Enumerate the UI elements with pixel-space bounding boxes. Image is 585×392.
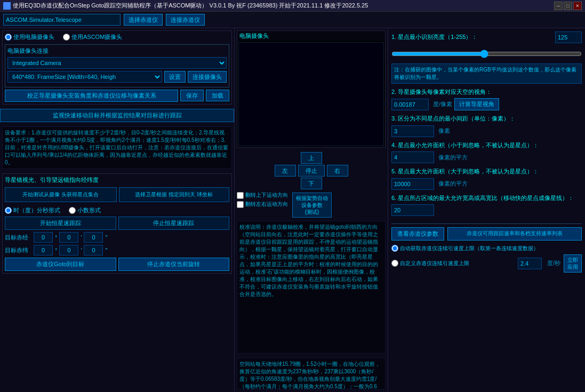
select-satellite-button[interactable]: 选择卫星根据 指定回到天 球坐标 xyxy=(119,187,230,202)
resolution-select-row: 640*480: FrameSize [Width=640, Heigh 设置 … xyxy=(7,71,227,83)
query-row: 查看赤道仪参数 赤道仪可用跟踪速率和各档支持速率列表 xyxy=(391,227,582,241)
auto-speed-label: 自动获取赤道仪连续引速度上限（取第一条连续速度数据） xyxy=(400,245,539,252)
auto-param-button[interactable]: 根据架势自动 设备参数 (测试) xyxy=(292,193,332,218)
middle-row: 左 停止 右 xyxy=(275,165,348,177)
param2-input[interactable] xyxy=(391,99,429,110)
param4-label: 4. 星点最小允许面积（小于则忽略，不被认为是星点）： xyxy=(391,141,582,149)
time-format-row: 时（度）分秒形式 小数形式 xyxy=(5,206,229,214)
title-bar: 使用EQ3D赤道仪配合OnStep Goto跟踪空间辅助程序（基于ASCOM驱动… xyxy=(0,0,585,12)
calibration-text: 校准说明：赤道仪极轴校准，并将望远镜goto到朝西的方向（空间站目前向右，注意此… xyxy=(237,221,386,354)
auto-speed-row: 自动获取赤道仪连续引速度上限（取第一条连续速度数据） xyxy=(391,245,582,252)
resolution-combo[interactable]: 640*480: FrameSize [Width=640, Heigh xyxy=(7,71,162,83)
note-text: 注：在捕获的图像中，当某个像素的RGB平均值达到这个数值，那么这个像素将被识别为… xyxy=(391,63,582,84)
dec-m-input[interactable] xyxy=(59,245,78,255)
brightness-slider[interactable] xyxy=(391,50,582,58)
param2-row: 2. 导星摄像头每像素对应天空的视角： xyxy=(391,88,582,96)
param3-input[interactable] xyxy=(391,125,434,137)
rate-list-button[interactable]: 赤道仪可用跟踪速率和各档支持速率列表 xyxy=(447,227,582,241)
settings-button[interactable]: 设置 xyxy=(164,71,186,83)
custom-speed-label: 自定义赤道仪连续引速度上限 xyxy=(400,260,469,267)
save-button[interactable]: 保存 xyxy=(180,90,204,101)
ra-coord-row: 目标赤经 ° ′ ″ xyxy=(5,232,229,243)
down-button[interactable]: 下 xyxy=(301,178,322,189)
ra-m-input[interactable] xyxy=(59,232,78,243)
camera-radio-group: 使用电脑摄像头 使用ASCOM摄像头 xyxy=(5,33,229,41)
param1-input[interactable] xyxy=(555,31,582,43)
param1-label: 1. 星点最小识别亮度（1-255）： xyxy=(391,33,555,41)
star-track-row: 开始恒星速跟踪 停止恒星速跟踪 xyxy=(5,217,229,230)
calibrate-row: 校正导星摄像头安装角度和赤道仪位移与像素关系 保存 加载 xyxy=(5,90,229,102)
use-ascom-camera-radio[interactable]: 使用ASCOM摄像头 xyxy=(63,33,122,41)
query-params-button[interactable]: 查看赤道仪参数 xyxy=(391,227,444,241)
start-collect-button[interactable]: 开始测试从摄像 头获得星点集合 xyxy=(5,187,117,202)
monitor-button[interactable]: 监视快速移动目标并根据监控结果对目标进行跟踪 xyxy=(0,109,234,122)
preview-area xyxy=(238,42,384,146)
camera-preview: 电脑摄像头 xyxy=(237,30,386,148)
time-format-2-radio[interactable]: 小数形式 xyxy=(69,206,101,214)
direction-controls: 上 左 停止 右 下 xyxy=(235,150,388,191)
minimize-button[interactable]: ─ xyxy=(554,2,563,10)
param6-input[interactable] xyxy=(391,204,434,216)
top-bar: 选择赤道仪 连接赤道仪 xyxy=(0,12,585,28)
custom-speed-row: 自定义赤道仪连续引速度上限 度/秒 立即 应用 xyxy=(391,254,582,273)
param6-input-row xyxy=(391,204,582,216)
telescope-input[interactable] xyxy=(3,14,121,26)
camera-combo[interactable]: Integrated Camera xyxy=(7,57,227,69)
param5-unit: 像素的平方 xyxy=(438,180,468,188)
apply-button[interactable]: 立即 应用 xyxy=(564,254,582,273)
slider-container xyxy=(391,50,582,59)
param5-row: 5. 星点最大允许面积（大于则忽略，不被认为是星点）： xyxy=(391,167,582,175)
flip-lr-checkbox-item[interactable]: 翻转左右运动方向 xyxy=(237,201,288,208)
dec-coord-row: 目标赤纬 ° ′ ″ xyxy=(5,245,229,255)
param4-input[interactable] xyxy=(391,151,434,163)
title-bar-controls: ─ □ ✕ xyxy=(554,2,582,10)
camera-section: 使用电脑摄像头 使用ASCOM摄像头 电脑摄像头连接 Integrated Ca… xyxy=(2,30,232,105)
dec-s-input[interactable] xyxy=(84,245,103,255)
connect-telescope-button[interactable]: 连接赤道仪 xyxy=(166,14,205,26)
maximize-button[interactable]: □ xyxy=(564,2,572,10)
up-button[interactable]: 上 xyxy=(301,152,322,164)
title-bar-text: 使用EQ3D赤道仪配合OnStep Goto跟踪空间辅助程序（基于ASCOM驱动… xyxy=(13,2,368,10)
param3-unit: 像素 xyxy=(438,127,450,135)
main-container: 选择赤道仪 连接赤道仪 使用电脑摄像头 使用ASCOM摄像头 xyxy=(0,12,585,392)
flip-ud-checkbox-item[interactable]: 翻转上下运动方向 xyxy=(237,191,288,199)
flip-ud-checkbox[interactable] xyxy=(237,192,244,199)
stop-track-button[interactable]: 停止恒星速跟踪 xyxy=(118,217,230,230)
left-button[interactable]: 左 xyxy=(275,165,296,177)
custom-speed-radio[interactable]: 自定义赤道仪连续引速度上限 xyxy=(391,260,515,267)
select-telescope-button[interactable]: 选择赤道仪 xyxy=(124,14,163,26)
param2-input-row: 度/像素 计算导星视角 xyxy=(391,98,582,110)
stop-move-button[interactable]: 停止 xyxy=(298,165,325,177)
param3-label: 3. 区分为不同星点的最小间距（单位：像素）： xyxy=(391,115,582,123)
connect-camera-button[interactable]: 连接摄像头 xyxy=(188,71,227,83)
flip-lr-label: 翻转左右运动方向 xyxy=(245,201,288,208)
dec-d-input[interactable] xyxy=(34,245,53,255)
time-format-1-radio[interactable]: 时（度）分秒形式 xyxy=(5,206,60,214)
stop-rotation-button[interactable]: 停止赤道仪当前旋转 xyxy=(118,258,230,271)
param2-label: 2. 导星摄像头每像素对应天空的视角： xyxy=(391,88,582,96)
ra-h-input[interactable] xyxy=(34,232,53,243)
param5-input-row: 像素的平方 xyxy=(391,178,582,190)
middle-panel: 电脑摄像头 上 左 停止 右 下 xyxy=(235,28,388,392)
calc-angle-button[interactable]: 计算导星视角 xyxy=(454,98,499,110)
app-icon xyxy=(3,2,11,10)
calibrate-button[interactable]: 校正导星摄像头安装角度和赤道仪位移与像素关系 xyxy=(5,90,178,102)
use-pc-camera-radio[interactable]: 使用电脑摄像头 xyxy=(5,33,54,41)
goto-button[interactable]: 赤道仪Goto到目标 xyxy=(5,258,116,271)
flip-lr-checkbox[interactable] xyxy=(237,201,244,208)
start-track-button[interactable]: 开始恒星速跟踪 xyxy=(5,217,116,230)
right-panel: 1. 星点最小识别亮度（1-255）： 注：在捕获的图像中，当某个像素的RGB平… xyxy=(388,28,585,392)
divider xyxy=(391,223,582,224)
load-button[interactable]: 加载 xyxy=(206,90,229,101)
param2-unit: 度/像素 xyxy=(433,100,452,108)
ra-s-input[interactable] xyxy=(84,232,103,243)
param4-unit: 像素的平方 xyxy=(438,154,468,162)
close-button[interactable]: ✕ xyxy=(573,2,582,10)
speed-value-input[interactable] xyxy=(518,258,542,269)
space-text: 空间站每天绕地球15.79圈，1.52小时一圈，在地心位观察，换算亿近似的角速度… xyxy=(237,358,386,390)
right-button[interactable]: 右 xyxy=(327,165,348,177)
checkbox-auto-row: 翻转上下运动方向 翻转左右运动方向 根据架势自动 设备参数 (测试) xyxy=(235,191,388,219)
param5-input[interactable] xyxy=(391,178,434,190)
auto-speed-radio[interactable]: 自动获取赤道仪连续引速度上限（取第一条连续速度数据） xyxy=(391,245,539,252)
param1-row: 1. 星点最小识别亮度（1-255）： xyxy=(391,31,582,43)
